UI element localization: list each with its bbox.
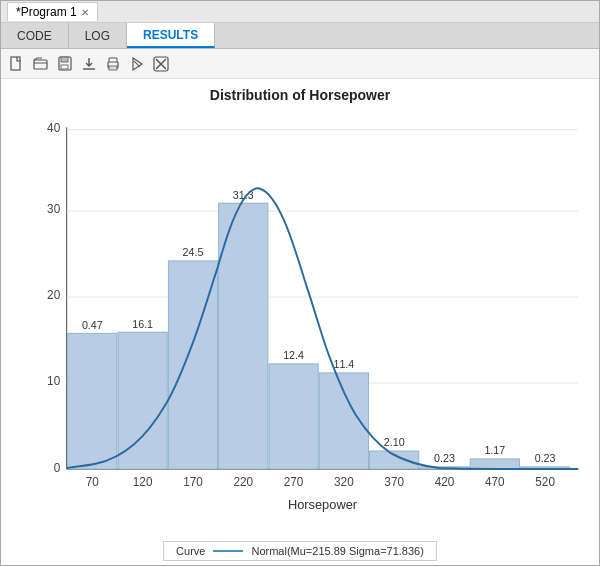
bar-320 <box>319 373 368 469</box>
svg-rect-3 <box>61 57 68 62</box>
tab-bar: CODE LOG RESULTS <box>1 23 599 49</box>
main-window: *Program 1 ✕ CODE LOG RESULTS <box>0 0 600 566</box>
chart-area: Distribution of Horsepower 0 10 20 30 <box>1 79 599 565</box>
tab-code[interactable]: CODE <box>1 23 69 48</box>
svg-text:24.5: 24.5 <box>183 246 204 258</box>
tab-log[interactable]: LOG <box>69 23 127 48</box>
stop-icon[interactable] <box>151 54 171 74</box>
svg-rect-7 <box>109 66 117 70</box>
svg-text:1.17: 1.17 <box>484 444 505 456</box>
svg-text:420: 420 <box>435 475 455 489</box>
program-tab-title: *Program 1 <box>16 5 77 19</box>
new-icon[interactable] <box>7 54 27 74</box>
svg-text:270: 270 <box>284 475 304 489</box>
save-icon[interactable] <box>55 54 75 74</box>
title-bar: *Program 1 ✕ <box>1 1 599 23</box>
chart-legend: Curve Normal(Mu=215.89 Sigma=71.836) <box>163 541 437 561</box>
bar-270 <box>269 364 318 469</box>
svg-text:0.23: 0.23 <box>434 452 455 464</box>
svg-text:2.10: 2.10 <box>384 436 405 448</box>
svg-rect-1 <box>34 60 47 69</box>
legend-label: Curve <box>176 545 205 557</box>
tab-results[interactable]: RESULTS <box>127 23 215 48</box>
open-icon[interactable] <box>31 54 51 74</box>
svg-text:370: 370 <box>384 475 404 489</box>
chart-title: Distribution of Horsepower <box>210 87 390 103</box>
bar-70 <box>68 333 117 469</box>
svg-text:11.4: 11.4 <box>333 358 354 370</box>
svg-text:0.47: 0.47 <box>82 319 103 331</box>
svg-text:220: 220 <box>233 475 253 489</box>
svg-text:0.23: 0.23 <box>535 452 556 464</box>
svg-text:16.1: 16.1 <box>132 317 153 329</box>
svg-rect-4 <box>61 65 68 69</box>
svg-text:120: 120 <box>133 475 153 489</box>
svg-text:320: 320 <box>334 475 354 489</box>
svg-text:30: 30 <box>47 202 60 216</box>
print-icon[interactable] <box>103 54 123 74</box>
legend-line-icon <box>213 550 243 552</box>
bar-220 <box>219 203 268 469</box>
svg-text:Horsepower: Horsepower <box>288 496 358 511</box>
chart-container: 0 10 20 30 40 <box>11 107 589 537</box>
bar-120 <box>118 332 167 469</box>
bar-370 <box>370 451 419 469</box>
svg-text:70: 70 <box>86 475 99 489</box>
svg-text:170: 170 <box>183 475 203 489</box>
svg-text:0: 0 <box>54 461 61 475</box>
svg-text:20: 20 <box>47 288 60 302</box>
download-icon[interactable] <box>79 54 99 74</box>
chart-svg: 0 10 20 30 40 <box>11 107 589 537</box>
run-icon[interactable] <box>127 54 147 74</box>
bar-470 <box>470 459 519 469</box>
close-icon[interactable]: ✕ <box>81 7 89 18</box>
svg-text:40: 40 <box>47 121 60 135</box>
svg-rect-0 <box>11 57 20 70</box>
svg-text:520: 520 <box>535 475 555 489</box>
svg-text:10: 10 <box>47 374 60 388</box>
svg-text:12.4: 12.4 <box>283 349 304 361</box>
program-tab[interactable]: *Program 1 ✕ <box>7 2 98 21</box>
legend-description: Normal(Mu=215.89 Sigma=71.836) <box>251 545 423 557</box>
toolbar <box>1 49 599 79</box>
svg-text:470: 470 <box>485 475 505 489</box>
